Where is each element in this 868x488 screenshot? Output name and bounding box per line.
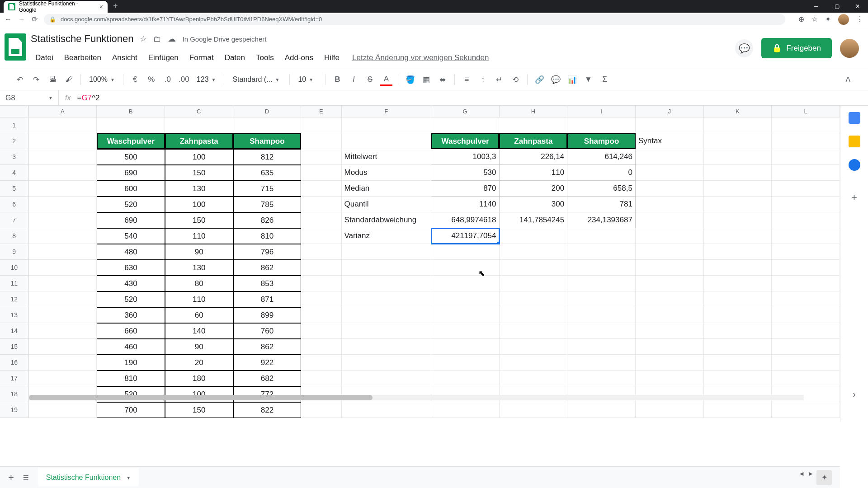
cell-E6[interactable] <box>301 197 341 212</box>
collapse-toolbar-button[interactable]: ᐱ <box>842 73 854 86</box>
explore-button[interactable]: ✦ <box>816 470 832 485</box>
document-title[interactable]: Statistische Funktionen <box>31 33 133 45</box>
minimize-button[interactable]: ─ <box>806 0 826 13</box>
cell-K7[interactable] <box>704 212 772 228</box>
cell-I15[interactable] <box>567 339 636 355</box>
wrap-button[interactable]: ↵ <box>493 73 505 86</box>
cell-A6[interactable] <box>28 197 97 212</box>
filter-button[interactable]: ▼ <box>582 73 594 86</box>
col-header-L[interactable]: L <box>772 106 840 117</box>
cell-L12[interactable] <box>772 291 840 307</box>
cell-A14[interactable] <box>28 323 97 339</box>
cell-G6[interactable]: 1140 <box>431 197 500 212</box>
cell-A16[interactable] <box>28 355 97 371</box>
font-select[interactable]: Standard (...▼ <box>230 75 284 84</box>
cell-G3[interactable]: 1003,3 <box>431 149 500 165</box>
cell-E2[interactable] <box>301 133 341 149</box>
cell-C15[interactable]: 90 <box>165 339 233 355</box>
cell-I11[interactable] <box>567 276 636 291</box>
cell-G12[interactable] <box>431 291 500 307</box>
cell-H5[interactable]: 200 <box>500 181 568 197</box>
percent-button[interactable]: % <box>145 73 158 86</box>
cell-D2[interactable]: Shampoo <box>233 133 302 149</box>
all-sheets-button[interactable]: ≡ <box>23 472 29 483</box>
row-header-4[interactable]: 4 <box>0 165 28 181</box>
cell-C19[interactable]: 150 <box>165 402 233 418</box>
menu-ansicht[interactable]: Ansicht <box>108 52 142 64</box>
col-header-K[interactable]: K <box>704 106 772 117</box>
tab-scroll-right[interactable]: ► <box>807 470 814 485</box>
cell-I8[interactable] <box>567 228 636 244</box>
cell-C14[interactable]: 140 <box>165 323 233 339</box>
cell-J5[interactable] <box>636 181 704 197</box>
cell-F17[interactable] <box>342 371 431 386</box>
cell-K16[interactable] <box>704 355 772 371</box>
cell-I19[interactable] <box>567 402 636 418</box>
sheets-logo[interactable] <box>5 33 26 61</box>
cell-K11[interactable] <box>704 276 772 291</box>
cell-B1[interactable] <box>97 117 165 133</box>
calendar-icon[interactable] <box>849 112 860 124</box>
tab-close-icon[interactable]: × <box>99 3 103 10</box>
menu-format[interactable]: Format <box>185 52 218 64</box>
star-icon[interactable]: ☆ <box>140 34 147 44</box>
cell-D3[interactable]: 812 <box>233 149 302 165</box>
cell-L16[interactable] <box>772 355 840 371</box>
cell-K17[interactable] <box>704 371 772 386</box>
cell-A10[interactable] <box>28 260 97 276</box>
cell-C6[interactable]: 100 <box>165 197 233 212</box>
cell-I3[interactable]: 614,246 <box>567 149 636 165</box>
row-header-5[interactable]: 5 <box>0 181 28 197</box>
font-size-select[interactable]: 10▼ <box>295 75 320 84</box>
cell-L5[interactable] <box>772 181 840 197</box>
cell-F15[interactable] <box>342 339 431 355</box>
cell-B11[interactable]: 430 <box>97 276 165 291</box>
undo-button[interactable]: ↶ <box>14 73 26 86</box>
cell-E7[interactable] <box>301 212 341 228</box>
cell-F16[interactable] <box>342 355 431 371</box>
cell-F14[interactable] <box>342 323 431 339</box>
add-ons-plus-icon[interactable]: + <box>851 192 857 203</box>
cell-E10[interactable] <box>301 260 341 276</box>
zoom-select[interactable]: 100%▼ <box>86 75 118 84</box>
cell-D17[interactable]: 682 <box>233 371 302 386</box>
cell-D4[interactable]: 635 <box>233 165 302 181</box>
cell-J19[interactable] <box>636 402 704 418</box>
menu-einfügen[interactable]: Einfügen <box>144 52 183 64</box>
row-header-19[interactable]: 19 <box>0 402 28 418</box>
cell-E4[interactable] <box>301 165 341 181</box>
cell-G15[interactable] <box>431 339 500 355</box>
cell-B13[interactable]: 360 <box>97 307 165 323</box>
currency-button[interactable]: € <box>129 73 142 86</box>
number-format-select[interactable]: 123▼ <box>194 75 219 84</box>
col-header-E[interactable]: E <box>301 106 341 117</box>
cell-K6[interactable] <box>704 197 772 212</box>
cell-A8[interactable] <box>28 228 97 244</box>
cell-B16[interactable]: 190 <box>97 355 165 371</box>
cell-A2[interactable] <box>28 133 97 149</box>
cell-E8[interactable] <box>301 228 341 244</box>
cell-H17[interactable] <box>500 371 568 386</box>
cell-D8[interactable]: 810 <box>233 228 302 244</box>
cell-L2[interactable] <box>772 133 840 149</box>
comments-button[interactable]: 💬 <box>735 39 753 57</box>
cell-E16[interactable] <box>301 355 341 371</box>
cell-A11[interactable] <box>28 276 97 291</box>
cell-H1[interactable] <box>499 117 567 133</box>
cell-I6[interactable]: 781 <box>567 197 636 212</box>
cell-F6[interactable]: Quantil <box>342 197 431 212</box>
chart-button[interactable]: 📊 <box>566 73 578 86</box>
cell-G16[interactable] <box>431 355 500 371</box>
cell-A5[interactable] <box>28 181 97 197</box>
row-header-10[interactable]: 10 <box>0 260 28 276</box>
cell-A12[interactable] <box>28 291 97 307</box>
cell-B17[interactable]: 810 <box>97 371 165 386</box>
cell-H11[interactable] <box>500 276 568 291</box>
row-header-15[interactable]: 15 <box>0 339 28 355</box>
row-header-18[interactable]: 18 <box>0 386 28 402</box>
cell-J15[interactable] <box>636 339 704 355</box>
row-header-1[interactable]: 1 <box>0 117 28 133</box>
cell-K15[interactable] <box>704 339 772 355</box>
cell-C13[interactable]: 60 <box>165 307 233 323</box>
cell-H10[interactable] <box>500 260 568 276</box>
